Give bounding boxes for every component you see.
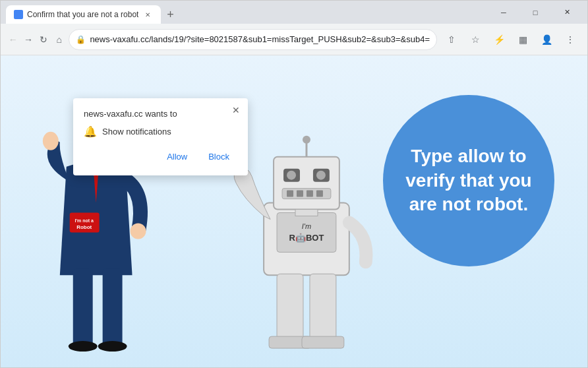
profile-button[interactable]: 👤 — [536, 29, 557, 50]
tab-favicon — [14, 10, 23, 19]
home-button[interactable]: ⌂ — [53, 29, 65, 50]
svg-rect-27 — [297, 191, 303, 197]
allow-button[interactable]: Allow — [159, 148, 195, 165]
new-tab-button[interactable]: + — [161, 5, 179, 24]
share-button[interactable]: ⇧ — [441, 29, 462, 50]
svg-rect-34 — [310, 274, 336, 340]
svg-rect-17 — [277, 213, 336, 253]
tab-close-button[interactable]: ✕ — [142, 9, 153, 20]
reload-button[interactable]: ↻ — [38, 29, 49, 50]
svg-point-22 — [287, 171, 296, 180]
toolbar-actions: ⇧ ☆ ⚡ ▦ 👤 ⋮ — [441, 29, 581, 50]
popup-close-button[interactable]: ✕ — [229, 104, 243, 117]
tab-strip: Confirm that you are not a robot ✕ + — [6, 1, 483, 24]
title-bar: Confirm that you are not a robot ✕ + ─ □… — [1, 1, 587, 24]
popup-notification-row: 🔔 Show notifications — [84, 125, 237, 138]
lock-icon: 🔒 — [76, 35, 86, 44]
svg-rect-29 — [316, 191, 323, 197]
more-button[interactable]: ⋮ — [560, 29, 581, 50]
notification-label: Show notifications — [102, 127, 171, 137]
forward-button[interactable]: → — [22, 29, 34, 50]
memory-saver-button[interactable]: ⚡ — [488, 29, 510, 50]
address-bar[interactable]: 🔒 news-vaxafu.cc/lands/19/?site=8021587&… — [69, 29, 437, 50]
back-button[interactable]: ← — [7, 29, 18, 50]
svg-rect-21 — [283, 169, 300, 182]
popup-title: news-vaxafu.cc wants to — [84, 109, 237, 119]
svg-point-7 — [131, 223, 146, 239]
svg-rect-28 — [307, 191, 313, 197]
svg-rect-3 — [70, 213, 100, 233]
minimize-button[interactable]: ─ — [488, 3, 519, 22]
extensions-button[interactable]: ▦ — [512, 29, 533, 50]
circle-text: Type allow to verify that you are not ro… — [403, 144, 535, 216]
window-controls: ─ □ ✕ — [488, 3, 582, 22]
svg-point-6 — [43, 132, 59, 150]
svg-text:Robot: Robot — [76, 224, 92, 230]
tab-title: Confirm that you are not a robot — [27, 10, 138, 19]
svg-text:I'm not a: I'm not a — [75, 218, 94, 223]
svg-rect-35 — [269, 336, 311, 348]
svg-point-31 — [303, 136, 310, 144]
svg-rect-33 — [277, 274, 303, 340]
svg-rect-25 — [282, 189, 331, 199]
browser-window: Confirm that you are not a robot ✕ + ─ □… — [0, 0, 588, 368]
svg-rect-8 — [73, 268, 93, 348]
svg-point-11 — [98, 341, 127, 352]
url-text: news-vaxafu.cc/lands/19/?site=8021587&su… — [90, 34, 430, 44]
verify-circle: Type allow to verify that you are not ro… — [383, 95, 554, 266]
svg-point-24 — [316, 171, 326, 180]
svg-rect-16 — [264, 203, 349, 276]
svg-text:R🤖BOT: R🤖BOT — [289, 232, 324, 243]
svg-rect-20 — [274, 157, 339, 210]
svg-point-10 — [69, 341, 98, 352]
active-tab[interactable]: Confirm that you are not a robot ✕ — [6, 5, 161, 24]
svg-rect-32 — [295, 210, 318, 216]
svg-rect-9 — [103, 268, 123, 348]
popup-actions: Allow Block — [84, 148, 237, 165]
notification-popup: ✕ news-vaxafu.cc wants to 🔔 Show notific… — [73, 98, 248, 175]
browser-toolbar: ← → ↻ ⌂ 🔒 news-vaxafu.cc/lands/19/?site=… — [1, 24, 587, 55]
svg-rect-26 — [287, 191, 293, 197]
block-button[interactable]: Block — [200, 148, 237, 165]
svg-rect-36 — [302, 336, 344, 348]
page-content: I'm not a Robot — [1, 55, 587, 367]
bell-icon: 🔔 — [84, 125, 97, 138]
svg-text:I'm: I'm — [302, 222, 311, 230]
maximize-button[interactable]: □ — [520, 3, 550, 22]
close-button[interactable]: ✕ — [552, 3, 582, 22]
svg-rect-23 — [313, 169, 330, 182]
bookmark-button[interactable]: ☆ — [465, 29, 486, 50]
